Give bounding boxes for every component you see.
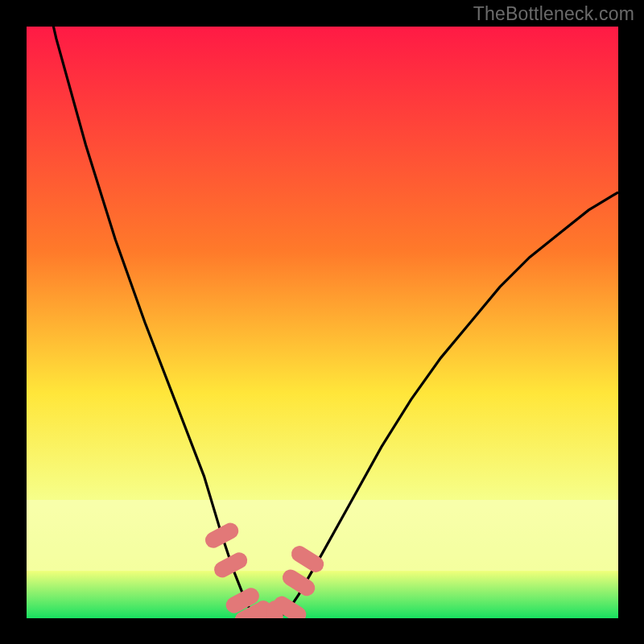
plot-svg — [27, 27, 618, 618]
chart-frame: TheBottleneck.com — [0, 0, 644, 644]
plot-area — [27, 27, 618, 618]
watermark-text: TheBottleneck.com — [473, 3, 634, 25]
